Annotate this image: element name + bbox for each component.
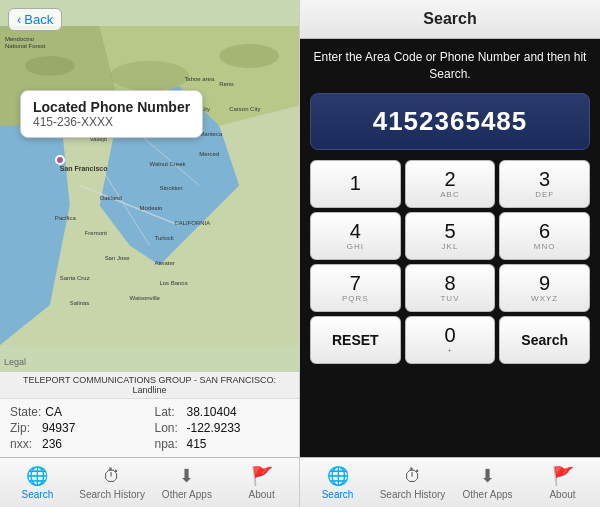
svg-text:Salinas: Salinas: [70, 300, 90, 306]
map-marker: [55, 155, 65, 165]
svg-text:Carson City: Carson City: [229, 106, 260, 112]
info-row-nxx: nxx: 236: [10, 437, 145, 451]
key-5[interactable]: 5 JKL: [405, 212, 496, 260]
svg-text:Santa Cruz: Santa Cruz: [60, 275, 90, 281]
chevron-left-icon: ‹: [17, 12, 21, 27]
lat-label: Lat:: [155, 405, 183, 419]
nxx-value: 236: [42, 437, 62, 451]
key-7[interactable]: 7 PQRS: [310, 264, 401, 312]
key-9[interactable]: 9 WXYZ: [499, 264, 590, 312]
svg-point-7: [219, 44, 279, 68]
left-panel: San Francisco Oakland Pacifica Fremont S…: [0, 0, 300, 507]
state-value: CA: [45, 405, 62, 419]
svg-text:San Jose: San Jose: [105, 255, 131, 261]
npa-value: 415: [187, 437, 207, 451]
info-row-lat: Lat: 38.10404: [155, 405, 290, 419]
tab-history-left[interactable]: ⏱ Search History: [75, 458, 150, 507]
download-icon: ⬇: [179, 465, 194, 487]
tab-history-right[interactable]: ⏱ Search History: [375, 458, 450, 507]
tab-otherapps-right[interactable]: ⬇ Other Apps: [450, 458, 525, 507]
tab-about-label-left: About: [249, 489, 275, 500]
clock-icon: ⏱: [103, 466, 121, 487]
svg-text:National Forest: National Forest: [5, 43, 46, 49]
left-tab-bar: 🌐 Search ⏱ Search History ⬇ Other Apps 🚩…: [0, 457, 299, 507]
zip-label: Zip:: [10, 421, 38, 435]
tab-about-right[interactable]: 🚩 About: [525, 458, 600, 507]
svg-text:Oakland: Oakland: [100, 195, 122, 201]
right-tab-bar: 🌐 Search ⏱ Search History ⬇ Other Apps 🚩…: [300, 457, 600, 507]
search-button[interactable]: Search: [499, 316, 590, 364]
provider-text: TELEPORT COMMUNICATIONS GROUP - SAN FRAN…: [23, 375, 276, 395]
svg-text:CALIFORNIA: CALIFORNIA: [174, 220, 210, 226]
svg-point-8: [25, 56, 75, 76]
key-8[interactable]: 8 TUV: [405, 264, 496, 312]
tab-history-label-right: Search History: [380, 489, 446, 500]
key-6[interactable]: 6 MNO: [499, 212, 590, 260]
provider-bar: TELEPORT COMMUNICATIONS GROUP - SAN FRAN…: [0, 371, 299, 398]
info-grid: State: CA Lat: 38.10404 Zip: 94937 Lon: …: [0, 398, 299, 457]
globe-icon-right: 🌐: [327, 465, 349, 487]
svg-text:Watsonville: Watsonville: [130, 295, 161, 301]
key-0[interactable]: 0 +: [405, 316, 496, 364]
key-reset[interactable]: RESET: [310, 316, 401, 364]
clock-icon-right: ⏱: [404, 466, 422, 487]
right-title: Search: [423, 10, 476, 27]
tab-otherapps-label-right: Other Apps: [462, 489, 512, 500]
svg-text:Turlock: Turlock: [154, 235, 173, 241]
tab-otherapps-label: Other Apps: [162, 489, 212, 500]
phone-display: 4152365485: [310, 93, 590, 150]
back-button[interactable]: ‹ Back: [8, 8, 62, 31]
key-2[interactable]: 2 ABC: [405, 160, 496, 208]
svg-text:San Francisco: San Francisco: [60, 165, 108, 172]
svg-text:Manteca: Manteca: [199, 131, 223, 137]
globe-icon: 🌐: [26, 465, 48, 487]
nxx-label: nxx:: [10, 437, 38, 451]
key-4[interactable]: 4 GHI: [310, 212, 401, 260]
state-label: State:: [10, 405, 41, 419]
info-row-zip: Zip: 94937: [10, 421, 145, 435]
right-content: Enter the Area Code or Phone Number and …: [300, 39, 600, 457]
lat-value: 38.10404: [187, 405, 237, 419]
svg-text:Los Banos: Los Banos: [159, 280, 187, 286]
lon-label: Lon:: [155, 421, 183, 435]
flag-icon-left: 🚩: [251, 465, 273, 487]
svg-text:Merced: Merced: [199, 151, 219, 157]
info-row-lon: Lon: -122.9233: [155, 421, 290, 435]
location-title: Located Phone Number: [33, 99, 190, 115]
tab-about-left[interactable]: 🚩 About: [224, 458, 299, 507]
tab-search-left[interactable]: 🌐 Search: [0, 458, 75, 507]
svg-point-6: [110, 61, 190, 91]
back-label: Back: [24, 12, 53, 27]
svg-text:Pacifica: Pacifica: [55, 215, 77, 221]
tab-otherapps-left[interactable]: ⬇ Other Apps: [150, 458, 225, 507]
flag-icon-right: 🚩: [552, 465, 574, 487]
right-header: Search: [300, 0, 600, 39]
instruction-text: Enter the Area Code or Phone Number and …: [310, 49, 590, 83]
svg-text:Modesto: Modesto: [140, 205, 164, 211]
info-row-state: State: CA: [10, 405, 145, 419]
tab-about-label-right: About: [549, 489, 575, 500]
svg-text:Stockton: Stockton: [159, 185, 182, 191]
svg-text:Walnut Creek: Walnut Creek: [150, 161, 186, 167]
location-bubble: Located Phone Number 415-236-XXXX: [20, 90, 203, 138]
svg-text:Reno: Reno: [219, 81, 234, 87]
map-area: San Francisco Oakland Pacifica Fremont S…: [0, 0, 299, 371]
phone-number: 4152365485: [373, 106, 528, 136]
zip-value: 94937: [42, 421, 75, 435]
tab-search-label-right: Search: [322, 489, 354, 500]
info-row-npa: npa: 415: [155, 437, 290, 451]
tab-history-label: Search History: [79, 489, 145, 500]
download-icon-right: ⬇: [480, 465, 495, 487]
npa-label: npa:: [155, 437, 183, 451]
svg-text:Tahoe area: Tahoe area: [184, 76, 215, 82]
legal-link[interactable]: Legal: [4, 357, 26, 367]
svg-text:Mendocino: Mendocino: [5, 36, 35, 42]
tab-search-label: Search: [22, 489, 54, 500]
keypad: 1 2 ABC 3 DEF 4 GHI 5 JKL 6 MNO: [310, 160, 590, 364]
tab-search-right[interactable]: 🌐 Search: [300, 458, 375, 507]
svg-text:Atwater: Atwater: [154, 260, 174, 266]
key-3[interactable]: 3 DEF: [499, 160, 590, 208]
lon-value: -122.9233: [187, 421, 241, 435]
key-1[interactable]: 1: [310, 160, 401, 208]
right-panel: Search Enter the Area Code or Phone Numb…: [300, 0, 600, 507]
